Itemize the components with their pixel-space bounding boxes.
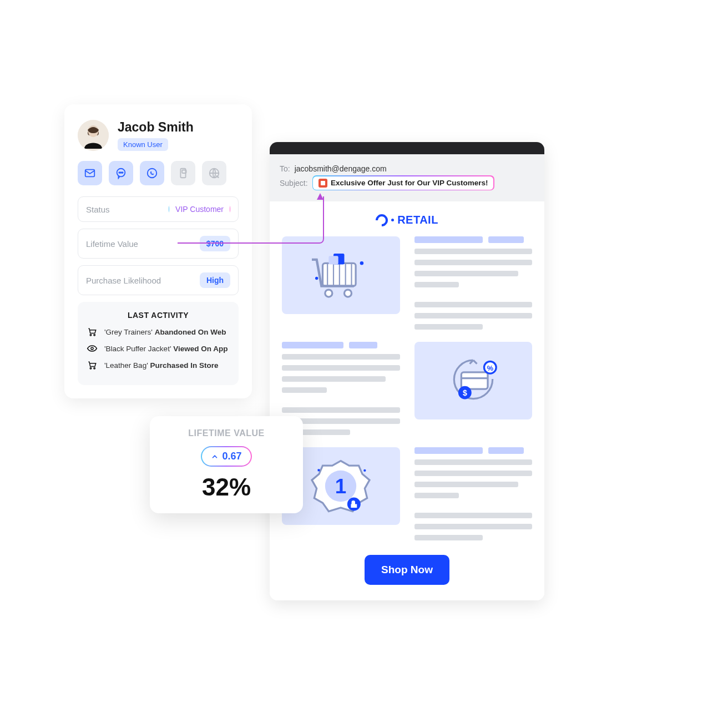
lifetime-value-card: LIFETIME VALUE 0.67 32% bbox=[150, 416, 303, 513]
svg-text:%: % bbox=[487, 364, 493, 372]
lifetime-value-row: Lifetime Value $700 bbox=[78, 229, 239, 259]
svg-point-17 bbox=[94, 368, 95, 370]
activity-item: 'Grey Trainers' Abandoned On Web bbox=[87, 326, 230, 337]
ltv-value-badge: $700 bbox=[200, 236, 230, 251]
web-channel-icon[interactable] bbox=[202, 161, 226, 185]
cart-icon bbox=[87, 360, 98, 371]
svg-point-24 bbox=[325, 290, 332, 297]
purchase-likelihood-row: Purchase Likelihood High bbox=[78, 265, 239, 295]
chevron-up-icon bbox=[211, 453, 219, 461]
email-meta: To: jacobsmith@dengage.com Subject: Excl… bbox=[270, 154, 544, 201]
avatar bbox=[78, 120, 109, 151]
illustration-cart bbox=[282, 236, 400, 314]
sms-channel-icon[interactable] bbox=[109, 161, 133, 185]
svg-rect-27 bbox=[329, 256, 338, 264]
text-block bbox=[414, 236, 533, 330]
channel-row bbox=[78, 161, 239, 185]
illustration-card: $ % bbox=[414, 342, 533, 419]
push-channel-icon[interactable] bbox=[171, 161, 195, 185]
profile-name: Jacob Smith bbox=[118, 120, 194, 135]
status-label: Status bbox=[86, 205, 110, 214]
cart-icon bbox=[87, 326, 98, 337]
svg-point-15 bbox=[91, 347, 93, 350]
svg-text:$: $ bbox=[463, 388, 467, 397]
svg-point-9 bbox=[148, 169, 157, 178]
subject-pill: Exclusive Offer Just for Our VIP Custome… bbox=[312, 175, 494, 190]
likelihood-label: Purchase Likelihood bbox=[86, 276, 161, 285]
svg-point-8 bbox=[122, 172, 123, 173]
email-channel-icon[interactable] bbox=[78, 161, 102, 185]
whatsapp-channel-icon[interactable] bbox=[140, 161, 164, 185]
text-block bbox=[414, 447, 533, 540]
svg-point-16 bbox=[90, 368, 92, 370]
shop-now-button[interactable]: Shop Now bbox=[365, 555, 449, 585]
flag-icon bbox=[318, 179, 327, 188]
activity-item: 'Leather Bag' Purchased In Store bbox=[87, 360, 230, 371]
ltv-percent: 32% bbox=[162, 473, 291, 501]
status-badge: VIP Customer bbox=[169, 204, 230, 215]
subject-value: Exclusive Offer Just for Our VIP Custome… bbox=[331, 179, 488, 187]
subject-label: Subject: bbox=[280, 179, 308, 188]
status-row: Status VIP Customer bbox=[78, 196, 239, 222]
last-activity-title: LAST ACTIVITY bbox=[87, 311, 230, 320]
svg-point-14 bbox=[94, 335, 95, 336]
eye-icon bbox=[87, 343, 98, 354]
svg-point-29 bbox=[315, 277, 318, 280]
brand-logo: RETAIL bbox=[282, 214, 532, 226]
svg-point-13 bbox=[90, 335, 92, 336]
svg-point-25 bbox=[345, 290, 352, 297]
ltv-delta-pill: 0.67 bbox=[201, 446, 251, 467]
to-value: jacobsmith@dengage.com bbox=[295, 164, 387, 173]
svg-point-41 bbox=[363, 469, 366, 472]
profile-card: Jacob Smith Known User Status bbox=[64, 104, 252, 398]
last-activity-box: LAST ACTIVITY 'Grey Trainers' Abandoned … bbox=[78, 302, 239, 385]
ltv-label: Lifetime Value bbox=[86, 239, 138, 249]
svg-point-6 bbox=[119, 172, 120, 173]
svg-text:1: 1 bbox=[335, 475, 346, 498]
svg-point-28 bbox=[360, 261, 364, 265]
window-titlebar bbox=[270, 142, 544, 154]
svg-point-7 bbox=[120, 172, 122, 173]
known-user-badge: Known User bbox=[118, 138, 168, 151]
to-label: To: bbox=[280, 164, 290, 173]
activity-item: 'Black Puffer Jacket' Viewed On App bbox=[87, 343, 230, 354]
email-preview-card: To: jacobsmith@dengage.com Subject: Excl… bbox=[270, 142, 544, 600]
likelihood-value-badge: High bbox=[200, 272, 230, 288]
ltv-card-title: LIFETIME VALUE bbox=[162, 428, 291, 438]
